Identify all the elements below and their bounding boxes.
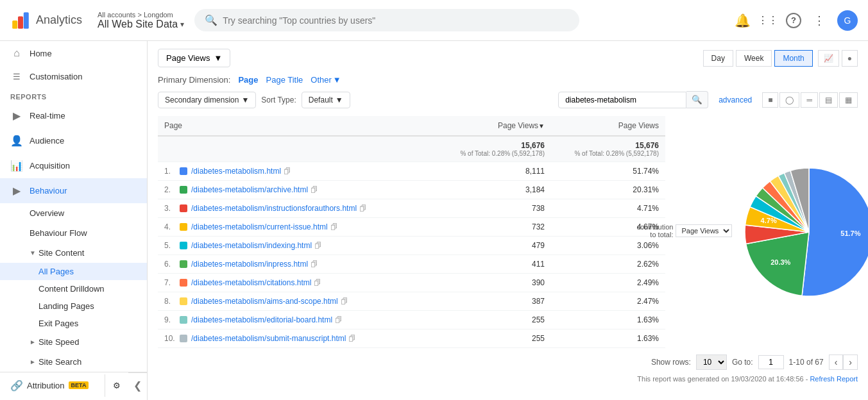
page-link[interactable]: /diabetes-metabolism/citations.html <box>191 278 311 287</box>
sidebar-sub-content-drilldown[interactable]: Content Drilldown <box>0 280 147 297</box>
go-to-input[interactable] <box>758 355 784 369</box>
sidebar-sub-site-content[interactable]: ▼ Site Content <box>0 243 147 263</box>
sidebar-sub-site-search[interactable]: ► Site Search <box>0 352 147 372</box>
grid-view-4[interactable]: ▤ <box>819 92 838 108</box>
week-button[interactable]: Week <box>736 50 772 67</box>
sidebar-behaviour-label: Behaviour <box>30 186 67 196</box>
beta-badge: BETA <box>69 381 89 389</box>
pie-chart: 51.7%20.3%4.7% <box>732 155 868 309</box>
apps-icon[interactable]: ⋮⋮ <box>760 13 776 28</box>
show-rows-select[interactable]: 10 <box>696 354 727 370</box>
row-color-indicator <box>180 316 187 324</box>
home-icon: ⌂ <box>10 47 23 59</box>
date-view-controls: Day Week Month 📈 ● <box>703 50 858 67</box>
sidebar-item-settings[interactable]: ⚙ <box>105 374 128 397</box>
dimension-page[interactable]: Page <box>238 75 258 85</box>
total-pageviews2: 15,676 % of Total: 0.28% (5,592,178) <box>551 136 665 162</box>
copy-icon[interactable]: 🗍 <box>284 167 291 175</box>
notifications-icon[interactable]: 🔔 <box>735 13 750 28</box>
sidebar-sub-landing-pages[interactable]: Landing Pages <box>0 297 147 315</box>
table-row: 10. /diabetes-metabolism/submit-manuscri… <box>158 329 665 348</box>
sidebar-item-behaviour[interactable]: ▶ Behaviour <box>0 178 147 203</box>
sort-arrow-icon: ▼ <box>538 122 545 129</box>
copy-icon[interactable]: 🗍 <box>311 186 318 194</box>
page-link[interactable]: /diabetes-metabolism/current-issue.html <box>191 222 328 231</box>
copy-icon[interactable]: 🗍 <box>359 204 366 212</box>
sidebar: ⌂ Home ☰ Customisation REPORTS ▶ Real-ti… <box>0 41 148 400</box>
sidebar-sub-site-speed[interactable]: ► Site Speed <box>0 332 147 352</box>
scatter-chart-button[interactable]: ● <box>842 50 858 67</box>
dimension-page-title[interactable]: Page Title <box>266 75 303 85</box>
page-link[interactable]: /diabetes-metabolism/archive.html <box>191 185 308 194</box>
grid-view-5[interactable]: ▦ <box>839 92 858 108</box>
grid-view-3[interactable]: ═ <box>801 92 818 108</box>
sidebar-item-acquisition[interactable]: 📊 Acquisition <box>0 153 147 178</box>
content-area: Page Views ▼ Day Week Month 📈 ● <box>148 41 868 400</box>
search-input[interactable] <box>223 15 569 26</box>
copy-icon[interactable]: 🗍 <box>341 297 348 305</box>
page-link[interactable]: /diabetes-metabolism/instructionsforauth… <box>191 204 357 213</box>
sidebar-sub-all-pages[interactable]: All Pages <box>0 263 147 280</box>
page-link[interactable]: /diabetes-metabolism.html <box>191 167 281 176</box>
search-filter-input[interactable] <box>558 92 686 108</box>
search-filter-submit[interactable]: 🔍 <box>686 91 708 108</box>
sort-type-button[interactable]: Default ▼ <box>302 92 350 108</box>
copy-icon[interactable]: 🗍 <box>311 260 318 268</box>
sidebar-item-audience[interactable]: 👤 Audience <box>0 128 147 153</box>
more-icon[interactable]: ⋮ <box>812 13 827 28</box>
page-link[interactable]: /diabetes-metabolism/aims-and-scope.html <box>191 297 338 306</box>
row-color-indicator <box>180 297 187 305</box>
next-page-button[interactable]: › <box>843 354 858 370</box>
sidebar-item-realtime[interactable]: ▶ Real-time <box>0 103 147 128</box>
secondary-dimension-button[interactable]: Secondary dimension ▼ <box>158 92 256 108</box>
data-table: Page Page Views ▼ Page Views <box>158 116 665 348</box>
sidebar-item-attribution[interactable]: 🔗 Attribution BETA <box>0 373 105 398</box>
primary-dimension-label: Primary Dimension: <box>158 75 230 85</box>
line-chart-button[interactable]: 📈 <box>818 50 839 67</box>
prev-page-button[interactable]: ‹ <box>829 354 844 370</box>
contribution-select[interactable]: Page Views <box>676 224 732 237</box>
property-selector[interactable]: All Web Site Data ▾ <box>98 19 184 30</box>
sidebar-sub-behaviour-flow[interactable]: Behaviour Flow <box>0 223 147 243</box>
copy-icon[interactable]: 🗍 <box>335 316 342 324</box>
chart-area: contribution to total: Page Views 51.7%2… <box>665 116 858 348</box>
row-color-indicator <box>180 242 187 249</box>
row-color-indicator <box>180 260 187 268</box>
col-pageviews1-header[interactable]: Page Views ▼ <box>437 116 551 136</box>
search-bar[interactable]: 🔍 <box>194 9 579 31</box>
collapse-sidebar-btn[interactable]: ❮ <box>128 372 147 398</box>
day-button[interactable]: Day <box>703 50 733 67</box>
go-to-label: Go to: <box>732 358 753 367</box>
copy-icon[interactable]: 🗍 <box>314 242 321 249</box>
copy-icon[interactable]: 🗍 <box>330 223 337 231</box>
advanced-link[interactable]: advanced <box>719 96 752 104</box>
sidebar-customisation-label: Customisation <box>30 72 82 81</box>
user-avatar[interactable]: G <box>837 10 858 31</box>
row-color-indicator <box>180 223 187 231</box>
copy-icon[interactable]: 🗍 <box>314 279 321 287</box>
app-name: Analytics <box>36 13 82 27</box>
table-row: 1. /diabetes-metabolism.html 🗍 8,111 51.… <box>158 162 665 181</box>
grid-view-1[interactable]: ■ <box>762 92 778 108</box>
help-icon[interactable]: ? <box>786 13 801 28</box>
page-link[interactable]: /diabetes-metabolism/inpress.html <box>191 260 308 269</box>
sidebar-sub-overview[interactable]: Overview <box>0 203 147 223</box>
app-container: Analytics All accounts > Longdom All Web… <box>0 0 868 400</box>
customisation-icon: ☰ <box>10 72 23 81</box>
table-header-row: Page Page Views ▼ Page Views <box>158 116 665 136</box>
contribution-header: contribution to total: Page Views <box>637 223 733 241</box>
dimension-other[interactable]: Other ▼ <box>311 75 341 85</box>
page-link[interactable]: /diabetes-metabolism/editorial-board.htm… <box>191 315 332 324</box>
copy-icon[interactable]: 🗍 <box>348 335 355 342</box>
sidebar-sub-exit-pages[interactable]: Exit Pages <box>0 315 147 332</box>
settings-icon: ⚙ <box>113 381 121 390</box>
page-views-button[interactable]: Page Views ▼ <box>158 49 230 67</box>
ga-logo <box>10 10 31 31</box>
sidebar-item-home[interactable]: ⌂ Home <box>0 41 147 65</box>
grid-view-2[interactable]: ◯ <box>779 92 799 108</box>
page-link[interactable]: /diabetes-metabolism/indexing.html <box>191 241 312 250</box>
sidebar-item-customisation[interactable]: ☰ Customisation <box>0 65 147 88</box>
refresh-report-link[interactable]: Refresh Report <box>810 375 858 383</box>
page-link[interactable]: /diabetes-metabolism/submit-manuscript.h… <box>191 334 346 343</box>
month-button[interactable]: Month <box>774 50 812 67</box>
